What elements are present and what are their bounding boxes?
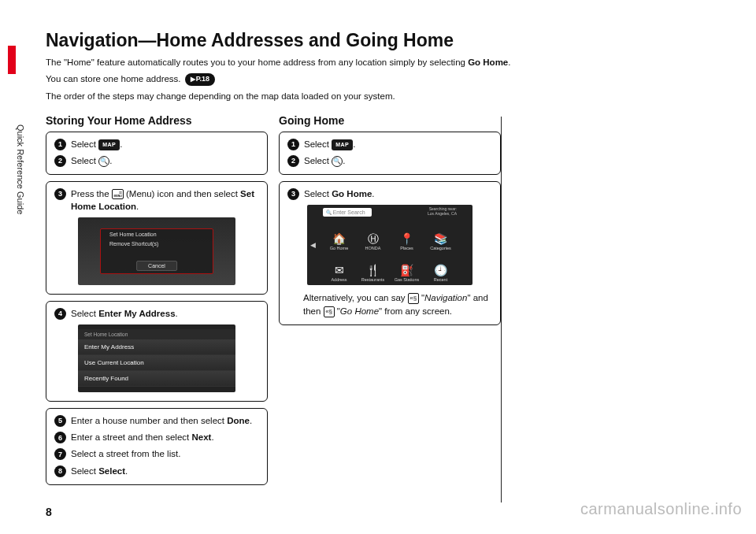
step-a4-text: Select Enter My Address. [71, 307, 259, 320]
bullet-2: 2 [54, 155, 66, 167]
page-number: 8 [46, 506, 52, 518]
dot: . [125, 466, 128, 476]
shot1-label-top: Set Home Location [109, 232, 157, 237]
txt: Select [304, 189, 332, 198]
label: Gas Stations [395, 277, 420, 282]
bullet-b2: 2 [287, 155, 299, 167]
txt: Select [71, 156, 98, 165]
manual-page: Quick Reference Guide Navigation—Home Ad… [0, 0, 756, 534]
step-a6-text: Enter a street and then select Next. [71, 431, 259, 443]
step-b3: 3 Select Go Home. [287, 187, 492, 200]
shot2-row3: Recently Found [78, 371, 235, 387]
dot: . [250, 416, 252, 425]
note-go: Go Home [340, 306, 379, 316]
red-section-tab [8, 46, 16, 74]
step-b3-text: Select Go Home. [304, 187, 492, 200]
step-a8-text: Select Select. [71, 465, 259, 477]
shot2-header: Set Home Location [78, 329, 235, 339]
map-button-icon: MAP [98, 139, 120, 150]
map-button-icon: MAP [332, 139, 353, 150]
step-a1: 1 Select MAP. [54, 138, 259, 150]
screen-near-label: Searching near: Los Angeles, CA [428, 207, 457, 216]
step-a8: 8 Select Select. [54, 465, 259, 477]
txt: Enter a street and then select [71, 432, 191, 442]
step-a7-text: Select a street from the list. [71, 447, 259, 460]
txt: (Menu) icon and then select [124, 189, 240, 198]
intro-line-3: The order of the steps may change depend… [46, 90, 731, 103]
tile-places: 📍Places [391, 222, 423, 252]
gas-icon: ⛽ [400, 263, 413, 277]
txt: Select [71, 309, 98, 318]
tile-address: ✉Address [323, 254, 355, 284]
txt: Select [71, 139, 98, 149]
step-a1-text: Select MAP. [71, 138, 259, 150]
bullet-7: 7 [54, 448, 66, 460]
label: Places [400, 246, 413, 250]
page-title: Navigation—Home Addresses and Going Home [46, 30, 731, 51]
label: Restaurants [361, 277, 385, 282]
card-a3: 4 Select Enter My Address. Set Home Loca… [46, 301, 268, 402]
label: Go Home [330, 246, 349, 250]
step-a2-text: Select 🔍. [71, 154, 259, 167]
label: Categories [430, 246, 451, 250]
tile-go-home: 🏠Go Home [323, 222, 355, 252]
column-divider [501, 117, 502, 502]
card-b2: 3 Select Go Home. ◀ Enter Search Searchi… [279, 181, 501, 325]
label: Recent [434, 277, 447, 282]
column-storing: Storing Your Home Address 1 Select MAP. … [46, 114, 268, 491]
shot2-row1: Enter My Address [78, 339, 235, 355]
shot1-cancel-button: Cancel [136, 261, 177, 271]
step-b2: 2 Select 🔍. [287, 154, 492, 167]
home-icon: 🏠 [332, 232, 346, 246]
card-b1: 1 Select MAP. 2 Select 🔍. [279, 132, 501, 175]
step-b1: 1 Select MAP. [287, 138, 492, 150]
search-circle-icon: 🔍 [332, 156, 343, 167]
dot: . [343, 156, 345, 165]
step-a5-text: Enter a house number and then select Don… [71, 414, 259, 427]
honda-icon: Ⓗ [368, 232, 379, 246]
envelope-icon: ✉ [335, 263, 344, 277]
card-a4: 5 Enter a house number and then select D… [46, 408, 268, 484]
near2: Los Angeles, CA [428, 211, 457, 216]
clock-icon: 🕘 [434, 263, 447, 277]
intro2-text: You can store one home address. [46, 74, 183, 83]
bold: Next [191, 432, 211, 442]
shot2-row2: Use Current Location [78, 355, 235, 371]
bold: Select [98, 466, 125, 476]
search-circle-icon: 🔍 [98, 156, 109, 167]
bold: Go Home [332, 189, 372, 198]
column-going-home: Going Home 1 Select MAP. 2 Select 🔍. [279, 114, 501, 491]
columns: Storing Your Home Address 1 Select MAP. … [46, 114, 731, 491]
bold: Enter My Address [98, 309, 175, 318]
step-a3: 3 Press the ≡MENU (Menu) icon and then s… [54, 187, 259, 213]
dot: . [211, 432, 213, 442]
bullet-4: 4 [54, 308, 66, 320]
dot: . [120, 139, 122, 149]
sidebar: Quick Reference Guide [8, 46, 27, 487]
dot: . [109, 156, 112, 165]
step-a7: 7 Select a street from the list. [54, 447, 259, 460]
menu-icon: ≡MENU [112, 189, 124, 199]
note-nav: Navigation [424, 293, 467, 302]
page-ref-badge: P.18 [185, 73, 215, 86]
screen-search-bar: Enter Search [323, 208, 372, 217]
content-area: Navigation—Home Addresses and Going Home… [46, 30, 731, 491]
step-a6: 6 Enter a street and then select Next. [54, 431, 259, 443]
tile-honda: ⒽHONDA [357, 222, 389, 252]
dot: . [372, 189, 374, 198]
txt: Enter a house number and then select [71, 416, 227, 425]
dot: . [353, 139, 355, 149]
pin-icon: 📍 [400, 232, 413, 246]
step-a4: 4 Select Enter My Address. [54, 307, 259, 320]
bullet-8: 8 [54, 465, 66, 477]
card-a2: 3 Press the ≡MENU (Menu) icon and then s… [46, 181, 268, 295]
screen-grid: 🏠Go Home ⒽHONDA 📍Places 📚Categories ✉Add… [323, 222, 457, 284]
note-pre: Alternatively, you can say [303, 293, 408, 302]
bullet-b3: 3 [287, 188, 299, 200]
book-icon: 📚 [434, 232, 447, 246]
bullet-5: 5 [54, 415, 66, 427]
step-b2-text: Select 🔍. [304, 154, 492, 167]
txt: Select [71, 466, 98, 476]
tile-recent: 🕘Recent [424, 254, 457, 284]
screenshot-address-list: Set Home Location Enter My Address Use C… [78, 324, 235, 392]
